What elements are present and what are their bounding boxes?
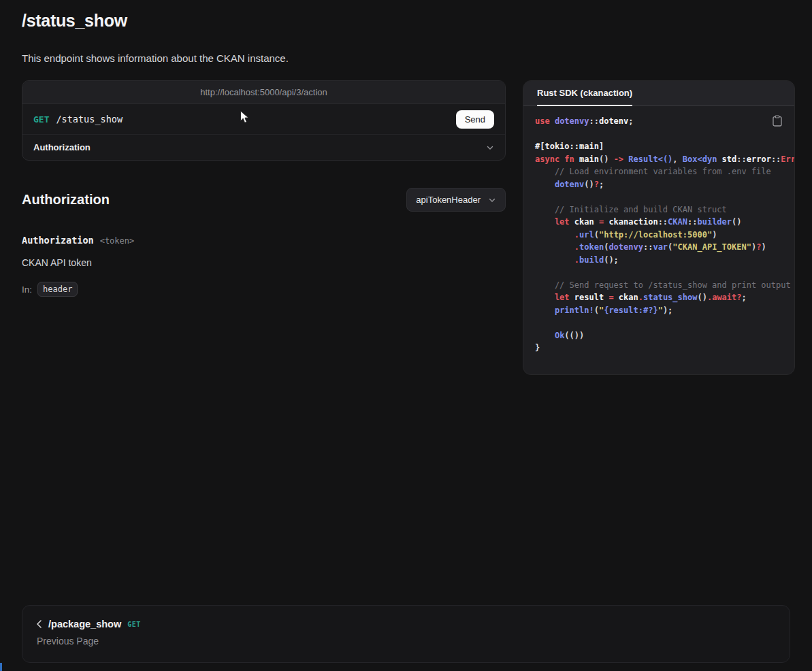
sdk-code-panel: Rust SDK (ckanaction) use dotenvy::doten… (523, 80, 795, 375)
auth-row-label: Authorization (33, 142, 91, 152)
param-in-row: In: header (22, 282, 506, 297)
in-value-badge: header (37, 282, 78, 297)
previous-endpoint-method: GET (127, 621, 141, 628)
chevron-down-icon (486, 144, 494, 152)
http-method-badge: GET (33, 114, 49, 125)
api-request-card: http://localhost:5000/api/3/action GET /… (22, 80, 506, 161)
authorization-heading: Authorization (22, 192, 110, 208)
chevron-down-icon (488, 196, 496, 204)
sdk-panel-header: Rust SDK (ckanaction) (523, 81, 794, 106)
param-head: Authorization <token> (22, 235, 506, 246)
endpoint-path: /status_show (56, 114, 123, 125)
previous-page-label: Previous Page (37, 636, 776, 647)
previous-endpoint-path: /package_show (48, 619, 121, 629)
param-type: <token> (100, 236, 135, 246)
auth-scheme-value: apiTokenHeader (416, 195, 481, 205)
request-row: GET /status_show Send (22, 104, 505, 135)
page-title: /status_show (22, 11, 127, 31)
base-url-text: http://localhost:5000/api/3/action (200, 87, 327, 97)
tab-rust-sdk[interactable]: Rust SDK (ckanaction) (537, 81, 632, 106)
param-name: Authorization (22, 235, 94, 246)
send-button[interactable]: Send (456, 110, 494, 129)
previous-page-row: /package_show GET (36, 619, 776, 629)
previous-page-card[interactable]: /package_show GET Previous Page (22, 605, 790, 663)
base-url-bar[interactable]: http://localhost:5000/api/3/action (22, 81, 505, 104)
chevron-left-icon (36, 620, 42, 628)
endpoint-description: This endpoint shows information about th… (22, 52, 289, 64)
code-area: use dotenvy::dotenv;#[tokio::main]async … (523, 106, 794, 375)
auth-parameter-block: Authorization <token> CKAN API token In:… (22, 235, 506, 297)
param-description: CKAN API token (22, 257, 506, 268)
authorization-section-header: Authorization apiTokenHeader (22, 188, 506, 212)
copy-icon[interactable] (771, 114, 783, 128)
auth-scheme-selector[interactable]: apiTokenHeader (406, 188, 506, 212)
in-label: In: (22, 284, 32, 295)
code-block: use dotenvy::dotenv;#[tokio::main]async … (523, 106, 794, 375)
auth-accordion-toggle[interactable]: Authorization (22, 135, 505, 160)
page-edge-indicator (0, 663, 2, 671)
